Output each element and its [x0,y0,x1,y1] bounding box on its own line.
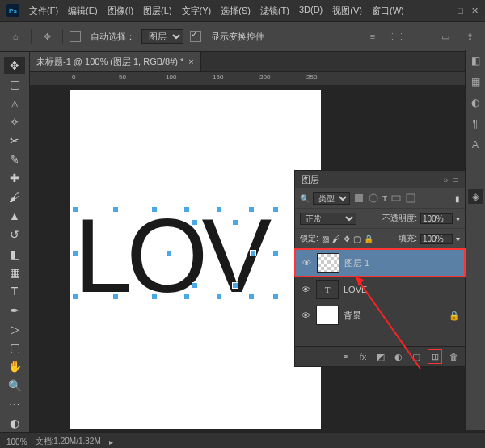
move-tool-icon[interactable]: ✥ [38,27,56,45]
visibility-icon[interactable]: 👁 [300,311,311,320]
lock-all-icon[interactable]: 🔒 [364,235,373,243]
menu-edit[interactable]: 编辑(E) [68,5,98,17]
lock-paint-icon[interactable]: 🖌 [332,235,340,243]
lock-pos-icon[interactable]: ✥ [344,235,350,243]
status-bar: 100% 文档:1.20M/1.82M ▸ [0,432,485,448]
history-brush-tool[interactable]: ↺ [4,226,25,243]
showcontrols-checkbox[interactable] [190,31,201,42]
dock-layers-icon[interactable]: ◈ [468,189,483,204]
more-icon[interactable]: ⋯ [412,27,430,45]
menu-type[interactable]: 文字(Y) [182,5,212,17]
align-icon[interactable]: ≡ [364,27,382,45]
menu-view[interactable]: 视图(V) [332,5,362,17]
layers-panel: 图层 »≡ 🔍 类型 T ▮ 正常 不透明度: 100% ▾ 锁定: ▨ 🖌 ✥… [294,170,466,367]
menu-image[interactable]: 图像(I) [108,5,133,17]
group-icon[interactable]: ▢ [410,350,423,363]
dock-swatches-icon[interactable]: ▦ [468,74,483,89]
blend-mode-select[interactable]: 正常 [300,213,356,225]
visibility-icon[interactable]: 👁 [300,285,311,294]
autoselect-target[interactable]: 图层 [141,29,183,44]
tab-close-icon[interactable]: × [188,57,193,66]
distribute-icon[interactable]: ⋮⋮ [388,27,406,45]
layer-item-layer1[interactable]: 👁 图层 1 [295,249,465,277]
adjustment-icon[interactable]: ◐ [392,350,405,363]
brush-tool[interactable]: 🖌 [4,188,25,205]
svg-rect-3 [407,194,415,202]
filter-adjust-icon[interactable] [368,192,379,204]
filter-toggle[interactable]: ▮ [455,194,460,203]
edit-toolbar[interactable]: ⋯ [4,395,25,412]
type-tool[interactable]: T [4,283,25,300]
visibility-icon[interactable]: 👁 [301,258,312,268]
pen-tool[interactable]: ✒ [4,302,25,319]
filter-pixel-icon[interactable] [353,192,365,204]
marquee-tool[interactable]: ▢ [4,75,25,92]
layer-name[interactable]: 图层 1 [344,257,369,269]
move-tool[interactable]: ✥ [4,57,25,74]
layer-item-love[interactable]: 👁 T LOVE [295,277,465,302]
layer-name[interactable]: LOVE [344,285,367,294]
hand-tool[interactable]: ✋ [4,358,25,375]
menu-file[interactable]: 文件(F) [29,5,58,17]
share-icon[interactable]: ⇪ [461,27,479,45]
zoom-tool[interactable]: 🔍 [4,377,25,394]
menu-select[interactable]: 选择(S) [221,5,251,17]
dock-paragraph-icon[interactable]: ¶ [468,116,483,131]
mode-icon[interactable]: ▭ [436,27,454,45]
eyedropper-tool[interactable]: ✎ [4,150,25,167]
dock-history-icon[interactable]: ◧ [468,53,483,68]
mask-icon[interactable]: ◩ [374,350,387,363]
autoselect-checkbox[interactable] [70,31,81,42]
path-select-tool[interactable]: ▷ [4,320,25,337]
lock-trans-icon[interactable]: ▨ [322,235,329,243]
stamp-tool[interactable]: ▲ [4,207,25,224]
search-icon[interactable]: 🔍 [300,194,310,203]
menu-layer[interactable]: 图层(L) [143,5,171,17]
fill-value[interactable]: 100% [420,234,453,244]
eraser-tool[interactable]: ◧ [4,245,25,262]
layer-thumbnail[interactable]: T [316,280,339,299]
autoselect-label: 自动选择： [91,31,135,43]
close-icon[interactable]: ✕ [471,6,479,16]
crop-tool[interactable]: ✂ [4,132,25,149]
filter-type-icon[interactable]: T [382,194,387,203]
wand-tool[interactable]: ✧ [4,113,25,130]
gradient-tool[interactable]: ▦ [4,264,25,281]
minimize-icon[interactable]: ─ [444,6,450,16]
shape-tool[interactable]: ▢ [4,339,25,356]
opacity-dropdown-icon[interactable]: ▾ [456,214,460,223]
menu-window[interactable]: 窗口(W) [372,5,404,17]
canvas[interactable]: LOV [70,90,321,429]
status-dropdown-icon[interactable]: ▸ [109,437,113,446]
color-swap[interactable]: ◐ [4,415,25,432]
doc-info: 文档:1.20M/1.82M [36,436,101,447]
heal-tool[interactable]: ✚ [4,170,25,187]
link-layers-icon[interactable]: ⚭ [339,350,352,363]
layer-thumbnail[interactable] [317,253,340,273]
filter-shape-icon[interactable] [390,192,402,204]
filter-type-select[interactable]: 类型 [313,192,350,205]
dock-color-icon[interactable]: ◐ [468,95,483,110]
layer-thumbnail[interactable] [316,306,339,325]
menu-filter[interactable]: 滤镜(T) [260,5,289,17]
new-layer-icon[interactable]: ⊞ [428,349,442,364]
fx-icon[interactable]: fx [356,350,369,363]
maximize-icon[interactable]: □ [458,6,463,16]
doc-tab[interactable]: 未标题-1 @ 100% (图层 1, RGB/8#) * × [30,52,201,71]
zoom-value[interactable]: 100% [6,437,27,446]
layer-filter-row: 🔍 类型 T ▮ [295,188,465,209]
lasso-tool[interactable]: ⟑ [4,95,25,112]
lock-nest-icon[interactable]: ▢ [353,235,361,243]
layer-item-background[interactable]: 👁 背景 🔒 [295,302,465,328]
filter-smart-icon[interactable] [405,192,416,204]
opacity-value[interactable]: 100% [420,213,453,224]
layer-name[interactable]: 背景 [344,310,361,322]
home-icon[interactable]: ⌂ [6,27,24,45]
delete-layer-icon[interactable]: 🗑 [447,350,460,363]
lock-row: 锁定: ▨ 🖌 ✥ ▢ 🔒 填充: 100% ▾ [295,229,465,249]
menu-3d[interactable]: 3D(D) [299,5,323,17]
fill-dropdown-icon[interactable]: ▾ [456,235,460,243]
panel-menu-icon[interactable]: ≡ [453,175,458,184]
dock-character-icon[interactable]: A [468,137,483,152]
panel-collapse-icon[interactable]: » [443,175,448,184]
